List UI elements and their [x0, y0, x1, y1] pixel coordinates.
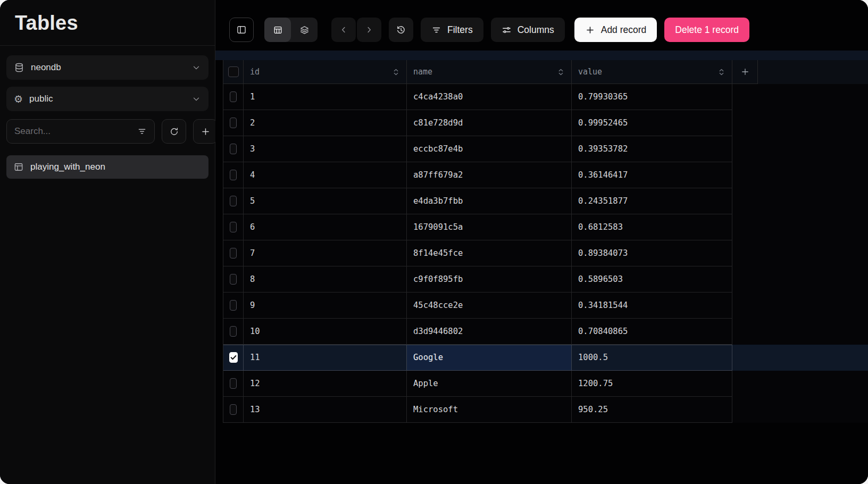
row-select-cell[interactable] [223, 319, 244, 345]
cell-name[interactable]: Apple [407, 371, 572, 397]
row-checkbox[interactable] [230, 378, 237, 389]
cell-name[interactable]: 1679091c5a [407, 214, 572, 240]
toggle-sidebar-button[interactable] [229, 18, 254, 42]
sidebar-header: Tables [0, 0, 215, 46]
filters-button[interactable]: Filters [421, 18, 483, 42]
sidebar-body: neondb ⚙ public [0, 46, 215, 188]
table-row: 3eccbc87e4b0.39353782 [223, 136, 868, 162]
cell-value[interactable]: 0.6812583 [572, 214, 732, 240]
add-column-button[interactable] [732, 60, 758, 84]
row-checkbox[interactable] [230, 170, 237, 180]
database-selector[interactable]: neondb [6, 55, 208, 80]
row-checkbox[interactable] [230, 144, 237, 154]
sort-updown-icon[interactable] [557, 68, 565, 76]
history-button[interactable] [389, 18, 413, 42]
cell-id[interactable]: 5 [244, 188, 407, 214]
delete-record-button[interactable]: Delete 1 record [664, 18, 749, 42]
row-checkbox[interactable] [230, 326, 237, 337]
cell-value[interactable]: 0.99952465 [572, 110, 732, 136]
cell-value[interactable]: 950.25 [572, 397, 732, 423]
cell-name[interactable]: c4ca4238a0 [407, 84, 572, 110]
row-checkbox[interactable] [230, 222, 237, 232]
search-box[interactable] [6, 119, 155, 144]
cell-value[interactable]: 0.89384073 [572, 240, 732, 266]
cell-name[interactable]: 8f14e45fce [407, 240, 572, 266]
database-selector-label: neondb [31, 62, 61, 73]
row-select-cell[interactable] [223, 162, 244, 188]
cell-id[interactable]: 9 [244, 293, 407, 319]
filters-button-label: Filters [447, 24, 473, 36]
cell-value[interactable]: 0.34181544 [572, 293, 732, 319]
row-select-cell[interactable] [223, 136, 244, 162]
cell-name[interactable]: 45c48cce2e [407, 293, 572, 319]
cell-name[interactable]: c9f0f895fb [407, 266, 572, 293]
schema-selector[interactable]: ⚙ public [6, 87, 208, 111]
previous-page-button[interactable] [331, 18, 356, 42]
cell-id[interactable]: 8 [244, 266, 407, 293]
cell-id[interactable]: 10 [244, 319, 407, 345]
row-checkbox[interactable] [229, 352, 238, 363]
cell-id[interactable]: 2 [244, 110, 407, 136]
cell-value[interactable]: 0.79930365 [572, 84, 732, 110]
cell-id[interactable]: 12 [244, 371, 407, 397]
row-checkbox[interactable] [230, 248, 237, 258]
row-checkbox[interactable] [230, 404, 237, 415]
columns-button[interactable]: Columns [491, 18, 565, 42]
table-row: 1c4ca4238a00.79930365 [223, 84, 868, 110]
cell-value[interactable]: 0.70840865 [572, 319, 732, 345]
row-select-cell[interactable] [223, 371, 244, 397]
cell-name[interactable]: Microsoft [407, 397, 572, 423]
app-window: Tables neondb ⚙ public [0, 0, 868, 484]
column-header-name[interactable]: name [407, 60, 572, 84]
row-select-cell[interactable] [223, 214, 244, 240]
next-page-button[interactable] [357, 18, 381, 42]
cell-id[interactable]: 7 [244, 240, 407, 266]
row-select-cell[interactable] [223, 188, 244, 214]
row-select-cell[interactable] [223, 397, 244, 423]
add-record-button[interactable]: Add record [574, 18, 657, 42]
cell-name[interactable]: d3d9446802 [407, 319, 572, 345]
column-header-id[interactable]: id [244, 60, 407, 84]
row-select-cell[interactable] [223, 345, 244, 371]
select-all-checkbox[interactable] [228, 66, 239, 77]
row-checkbox[interactable] [230, 91, 237, 102]
cell-value[interactable]: 0.39353782 [572, 136, 732, 162]
cell-value[interactable]: 0.24351877 [572, 188, 732, 214]
search-input[interactable] [14, 126, 132, 137]
cell-name[interactable]: Google [407, 345, 572, 371]
cell-value[interactable]: 0.5896503 [572, 266, 732, 293]
sort-updown-icon[interactable] [717, 68, 725, 76]
cell-value[interactable]: 0.36146417 [572, 162, 732, 188]
column-header-value[interactable]: value [572, 60, 732, 84]
cell-id[interactable]: 4 [244, 162, 407, 188]
layers-view-button[interactable] [291, 18, 318, 42]
cell-value[interactable]: 1200.75 [572, 371, 732, 397]
cell-id[interactable]: 11 [244, 345, 407, 371]
sort-updown-icon[interactable] [392, 68, 400, 76]
row-checkbox[interactable] [230, 196, 237, 206]
select-all-cell[interactable] [223, 60, 244, 84]
grid-view-button[interactable] [264, 18, 291, 42]
row-select-cell[interactable] [223, 240, 244, 266]
cell-name[interactable]: a87ff679a2 [407, 162, 572, 188]
row-checkbox[interactable] [230, 118, 237, 128]
row-select-cell[interactable] [223, 293, 244, 319]
grid-header-row: idnamevalue [223, 60, 868, 84]
cell-id[interactable]: 6 [244, 214, 407, 240]
cell-name[interactable]: c81e728d9d [407, 110, 572, 136]
cell-id[interactable]: 3 [244, 136, 407, 162]
row-select-cell[interactable] [223, 110, 244, 136]
row-checkbox[interactable] [230, 274, 237, 285]
row-checkbox[interactable] [230, 300, 237, 311]
row-select-cell[interactable] [223, 84, 244, 110]
refresh-button[interactable] [162, 119, 186, 144]
row-select-cell[interactable] [223, 266, 244, 293]
table-row: 12Apple1200.75 [223, 371, 868, 397]
cell-value[interactable]: 1000.5 [572, 345, 732, 371]
cell-id[interactable]: 13 [244, 397, 407, 423]
cell-name[interactable]: eccbc87e4b [407, 136, 572, 162]
cell-name[interactable]: e4da3b7fbb [407, 188, 572, 214]
add-table-button[interactable] [193, 119, 218, 144]
cell-id[interactable]: 1 [244, 84, 407, 110]
sidebar-item-playing-with-neon[interactable]: playing_with_neon [6, 155, 208, 179]
